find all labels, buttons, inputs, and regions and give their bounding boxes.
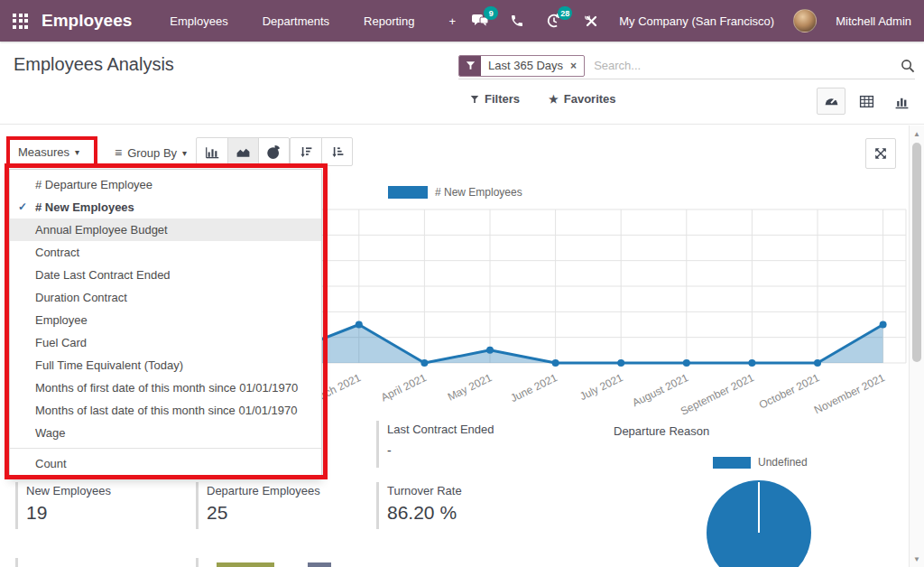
svg-text:May 2021: May 2021 [446, 371, 494, 404]
tools-icon[interactable] [582, 13, 600, 29]
chart-legend[interactable]: # New Employees [388, 186, 522, 199]
activities-badge: 28 [558, 6, 572, 20]
table-grid-icon [859, 94, 874, 109]
measures-button[interactable]: Measures ▾ [18, 145, 79, 159]
top-navbar: Employees Employees Departments Reportin… [0, 0, 924, 42]
dashboard-gauge-icon [824, 94, 839, 109]
phone-icon[interactable] [508, 13, 526, 29]
kpi-turnover-rate: Turnover Rate 86.20 % [376, 482, 548, 529]
chevron-down-icon: ▾ [75, 147, 79, 157]
svg-text:June 2021: June 2021 [508, 371, 559, 404]
dropdown-item[interactable]: Employee [10, 309, 321, 331]
activities-icon[interactable]: 28 [545, 13, 563, 29]
next-row-card-edge [196, 558, 199, 567]
filter-funnel-icon [459, 55, 481, 77]
dropdown-item[interactable]: Contract [10, 241, 321, 264]
panel-divider [0, 124, 924, 125]
view-graph-button[interactable] [887, 88, 916, 115]
expand-fullscreen-button[interactable] [865, 138, 896, 169]
avatar[interactable] [793, 9, 817, 33]
expand-arrows-icon [873, 146, 888, 161]
kpi-value: - [387, 443, 548, 458]
page-title: Employees Analysis [14, 54, 174, 75]
scroll-up-arrow[interactable]: ▲ [910, 130, 924, 138]
bar-chart-icon [894, 94, 910, 109]
dropdown-item[interactable]: Duration Contract [10, 286, 321, 309]
favorites-button[interactable]: ★ Favorites [549, 92, 616, 106]
apps-menu-icon[interactable] [13, 14, 28, 29]
legend-label: # New Employees [435, 186, 522, 199]
bar-chart-icon [205, 144, 220, 160]
menu-reporting[interactable]: Reporting [364, 14, 414, 28]
check-icon: ✓ [18, 196, 27, 218]
kpi-value: 19 [26, 502, 187, 524]
view-list-button[interactable] [852, 88, 881, 115]
dropdown-item-count[interactable]: Count [10, 452, 321, 475]
departure-reason-title: Departure Reason [614, 424, 709, 438]
scroll-down-arrow[interactable]: ▼ [910, 555, 924, 563]
user-menu[interactable]: Mitchell Admin [836, 14, 911, 28]
chevron-down-icon: ▾ [182, 148, 187, 158]
dropdown-item-hovered[interactable]: Annual Employee Budget [10, 218, 321, 241]
svg-text:November 2021: November 2021 [812, 371, 887, 416]
dropdown-item[interactable]: Months of last date of this month since … [10, 399, 321, 422]
measures-dropdown: # Departure Employee ✓ # New Employees A… [9, 169, 322, 478]
kpi-last-contract-ended: Last Contract Ended - [376, 421, 548, 468]
filters-button[interactable]: Filters [470, 92, 520, 106]
dropdown-item-selected[interactable]: ✓ # New Employees [10, 196, 321, 218]
menu-plus[interactable]: + [448, 14, 456, 28]
dropdown-item[interactable]: Wage [10, 422, 321, 444]
filter-icon [470, 95, 479, 104]
sort-group [290, 137, 353, 166]
pie-slice-divider [758, 482, 760, 533]
menu-employees[interactable]: Employees [170, 14, 227, 28]
kpi-value: 25 [207, 502, 367, 524]
kpi-new-employees: New Employees 19 [15, 482, 187, 529]
menu-lines-icon: ≡ [115, 145, 122, 160]
facet-label: Last 365 Days [481, 59, 570, 72]
kpi-departure-employees: Departure Employees 25 [196, 482, 367, 529]
kpi-value: 86.20 % [387, 502, 548, 524]
bar-chart-button[interactable] [197, 138, 227, 165]
search-input[interactable] [594, 59, 901, 72]
line-chart-button[interactable] [227, 138, 258, 165]
dropdown-divider [10, 448, 321, 449]
dropdown-item[interactable]: # Departure Employee [10, 173, 321, 196]
clipped-text-sliver [217, 562, 274, 567]
app-title: Employees [42, 11, 132, 31]
messages-icon[interactable]: 9 [471, 13, 489, 29]
scrollbar-thumb[interactable] [912, 143, 921, 362]
sort-desc-icon [299, 144, 313, 159]
dropdown-item[interactable]: Months of first date of this month since… [10, 376, 321, 399]
svg-text:September 2021: September 2021 [679, 371, 756, 418]
svg-text:August 2021: August 2021 [630, 371, 690, 409]
sort-descending-button[interactable] [291, 138, 321, 165]
pie-chart-button[interactable] [258, 138, 289, 165]
svg-text:April 2021: April 2021 [379, 371, 429, 404]
view-switcher [817, 88, 916, 115]
group-by-button[interactable]: ≡ Group By ▾ [115, 145, 187, 160]
legend-swatch [388, 186, 428, 199]
search-icon[interactable] [901, 59, 915, 73]
company-switcher[interactable]: My Company (San Francisco) [619, 14, 774, 28]
vertical-scrollbar[interactable]: ▲ ▼ [909, 125, 924, 567]
clipped-text-sliver [308, 562, 331, 567]
chart-type-group [196, 137, 290, 166]
pie-chart-icon [266, 144, 282, 160]
sort-asc-icon [330, 144, 345, 159]
pie-legend[interactable]: Undefined [713, 456, 808, 469]
messages-badge: 9 [484, 6, 498, 20]
dropdown-item[interactable]: Full Time Equivalent (Today) [10, 354, 321, 376]
view-dashboard-button[interactable] [817, 88, 845, 115]
menu-departments[interactable]: Departments [263, 14, 329, 28]
svg-text:July 2021: July 2021 [578, 371, 625, 403]
facet-close-icon[interactable]: × [570, 60, 577, 72]
pie-legend-swatch [713, 457, 751, 469]
search-bar: Last 365 Days × [458, 52, 915, 79]
main-menu: Employees Departments Reporting + [170, 14, 456, 28]
dropdown-item[interactable]: Fuel Card [10, 331, 321, 354]
next-row-card-edge [15, 558, 18, 567]
dropdown-item[interactable]: Date Last Contract Ended [10, 264, 321, 286]
sort-ascending-button[interactable] [321, 138, 352, 165]
star-icon: ★ [549, 93, 559, 106]
